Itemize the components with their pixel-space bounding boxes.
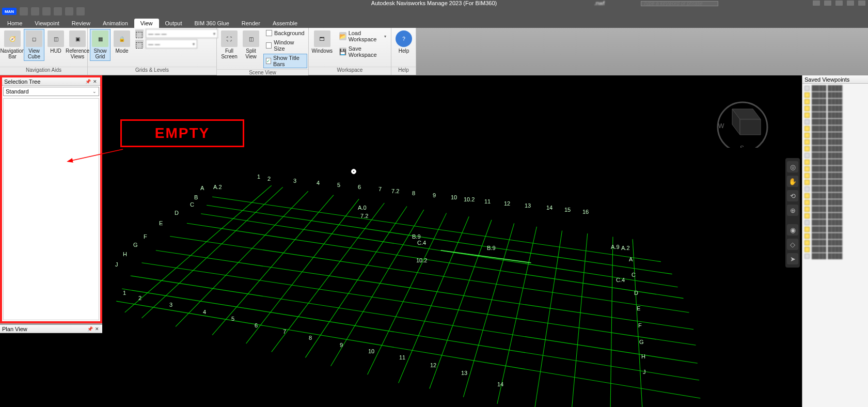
search-box[interactable] bbox=[641, 0, 718, 6]
viewpoint-item[interactable]: ████ ████ bbox=[803, 185, 867, 192]
viewpoint-item[interactable]: ████ ████ bbox=[803, 152, 867, 159]
exchange-icon[interactable] bbox=[824, 1, 831, 6]
nav-bar-icon: 🧭 bbox=[4, 30, 21, 47]
svg-line-18 bbox=[212, 197, 661, 262]
qa-undo-icon[interactable] bbox=[54, 7, 62, 15]
viewpoint-item[interactable]: ████ ████ bbox=[803, 192, 867, 199]
viewpoint-item[interactable]: ████ ████ bbox=[803, 145, 867, 152]
orbit-icon[interactable]: ◎ bbox=[787, 161, 798, 173]
qa-refresh-icon[interactable] bbox=[42, 7, 51, 15]
navigation-bar-button[interactable]: 🧭 Navigation Bar bbox=[2, 29, 23, 61]
windows-button[interactable]: 🗔 Windows bbox=[311, 29, 334, 55]
group-label-grids: Grids & Levels bbox=[88, 67, 216, 75]
save-ws-icon: 💾 bbox=[339, 48, 346, 56]
load-workspace-button[interactable]: 📂 Load Workspace ▾ bbox=[337, 29, 389, 43]
show-title-bars-check[interactable]: ✓ Show Title Bars bbox=[263, 54, 307, 68]
viewpoint-item[interactable]: ████ ████ bbox=[803, 85, 867, 91]
tab-home[interactable]: Home bbox=[1, 19, 28, 28]
pin-icon[interactable]: 📌 bbox=[87, 326, 93, 332]
signin-icon[interactable] bbox=[813, 1, 820, 6]
viewpoint-item[interactable]: ████ ████ bbox=[803, 159, 867, 165]
group-label-workspace: Workspace bbox=[309, 67, 391, 75]
level-dropdown-1[interactable]: — — —▾ bbox=[146, 29, 218, 38]
qa-open-icon[interactable] bbox=[20, 7, 28, 15]
viewpoint-item[interactable]: ████ ████ bbox=[803, 91, 867, 98]
tab-bim360glue[interactable]: BIM 360 Glue bbox=[188, 19, 235, 28]
viewpoint-item[interactable]: ████ ████ bbox=[803, 219, 867, 226]
background-check[interactable]: Background bbox=[263, 29, 307, 37]
viewpoint-item[interactable]: ████ ████ bbox=[803, 179, 867, 185]
svg-marker-32 bbox=[740, 119, 761, 135]
group-label-nav-aids: Navigation Aids bbox=[0, 67, 87, 75]
checkbox-icon: ✓ bbox=[266, 58, 271, 64]
pin-icon[interactable]: 📌 bbox=[85, 79, 91, 85]
zoom-window-icon[interactable]: ⊕ bbox=[787, 205, 798, 216]
search-input[interactable] bbox=[641, 1, 718, 6]
tab-render[interactable]: Render bbox=[235, 19, 266, 28]
viewpoint-item[interactable]: ████ ████ bbox=[803, 199, 867, 206]
mode-button[interactable]: 🔒 Mode bbox=[112, 29, 132, 55]
3d-viewport[interactable]: EMPTY bbox=[102, 75, 802, 407]
viewpoint-item[interactable]: ████ ████ bbox=[803, 125, 867, 132]
hud-button[interactable]: ◫ HUD bbox=[45, 29, 66, 55]
minimize-icon[interactable] bbox=[858, 1, 865, 6]
viewpoint-item[interactable]: ████ ████ bbox=[803, 105, 867, 112]
tab-animation[interactable]: Animation bbox=[97, 19, 134, 28]
viewcube-widget[interactable]: W S bbox=[714, 91, 771, 148]
svg-line-11 bbox=[430, 220, 492, 389]
split-icon: ◫ bbox=[243, 30, 259, 47]
tab-view[interactable]: View bbox=[134, 19, 159, 28]
viewpoint-item[interactable]: ████ ████ bbox=[803, 226, 867, 232]
walk-icon[interactable]: ◉ bbox=[787, 224, 798, 236]
level-dropdown-2[interactable]: — —▾ bbox=[146, 39, 197, 49]
cart-icon[interactable] bbox=[835, 1, 843, 6]
help-button[interactable]: ? Help bbox=[393, 29, 414, 55]
pan-icon[interactable]: ✋ bbox=[787, 176, 798, 187]
plan-view-body[interactable] bbox=[0, 333, 102, 407]
close-icon[interactable]: ✕ bbox=[92, 79, 98, 85]
look-icon[interactable]: ◇ bbox=[787, 239, 798, 250]
saved-viewpoints-list[interactable]: ████ ████████ ████████ ████████ ████████… bbox=[802, 84, 868, 407]
qa-save-icon[interactable] bbox=[31, 7, 39, 15]
saved-viewpoints-header[interactable]: Saved Viewpoints bbox=[802, 75, 868, 84]
viewpoint-item[interactable]: ████ ████ bbox=[803, 253, 867, 259]
full-screen-button[interactable]: ⛶ Full Screen bbox=[219, 29, 240, 61]
ribbon: 🧭 Navigation Bar ◻ View Cube ◫ HUD ▣ Ref… bbox=[0, 28, 868, 75]
tab-assemble[interactable]: Assemble bbox=[266, 19, 304, 28]
viewpoint-item[interactable]: ████ ████ bbox=[803, 239, 867, 246]
reference-views-button[interactable]: ▣ Reference Views bbox=[67, 29, 88, 61]
svg-line-5 bbox=[246, 199, 359, 343]
viewpoint-item[interactable]: ████ ████ bbox=[803, 112, 867, 118]
save-workspace-button[interactable]: 💾 Save Workspace bbox=[337, 44, 389, 59]
selection-tree-combo[interactable]: Standard ⌄ bbox=[3, 87, 99, 96]
viewpoint-item[interactable]: ████ ████ bbox=[803, 232, 867, 239]
show-grid-button[interactable]: ▦ Show Grid bbox=[90, 29, 111, 61]
selection-tree-header[interactable]: Selection Tree 📌 ✕ bbox=[2, 77, 100, 86]
viewpoint-item[interactable]: ████ ████ bbox=[803, 138, 867, 145]
titlebar-right-controls bbox=[813, 1, 865, 6]
window-size-check[interactable]: Window Size bbox=[263, 38, 307, 53]
viewpoint-item[interactable]: ████ ████ bbox=[803, 212, 867, 219]
viewpoint-item[interactable]: ████ ████ bbox=[803, 118, 867, 125]
viewpoint-item[interactable]: ████ ████ bbox=[803, 98, 867, 105]
plan-view-header[interactable]: Plan View 📌 ✕ bbox=[0, 325, 102, 333]
ribbon-tabs: Home Viewpoint Review Animation View Out… bbox=[0, 17, 868, 28]
tab-viewpoint[interactable]: Viewpoint bbox=[28, 19, 66, 28]
zoom-icon[interactable]: ⟲ bbox=[787, 190, 798, 201]
viewpoint-item[interactable]: ████ ████ bbox=[803, 165, 867, 172]
tab-output[interactable]: Output bbox=[159, 19, 188, 28]
viewpoint-item[interactable]: ████ ████ bbox=[803, 132, 867, 138]
qa-redo-icon[interactable] bbox=[65, 7, 73, 15]
split-view-button[interactable]: ◫ Split View bbox=[241, 29, 261, 61]
select-icon[interactable]: ➤ bbox=[787, 253, 798, 264]
selection-tree-body[interactable] bbox=[3, 98, 99, 320]
qa-select-icon[interactable] bbox=[76, 7, 85, 15]
close-icon[interactable]: ✕ bbox=[94, 326, 100, 332]
viewpoint-item[interactable]: ████ ████ bbox=[803, 206, 867, 212]
help-q-icon[interactable] bbox=[847, 1, 854, 6]
viewpoint-item[interactable]: ████ ████ bbox=[803, 246, 867, 253]
view-cube-button[interactable]: ◻ View Cube bbox=[24, 29, 44, 61]
ref-views-icon: ▣ bbox=[69, 30, 86, 47]
viewpoint-item[interactable]: ████ ████ bbox=[803, 172, 867, 179]
tab-review[interactable]: Review bbox=[66, 19, 97, 28]
